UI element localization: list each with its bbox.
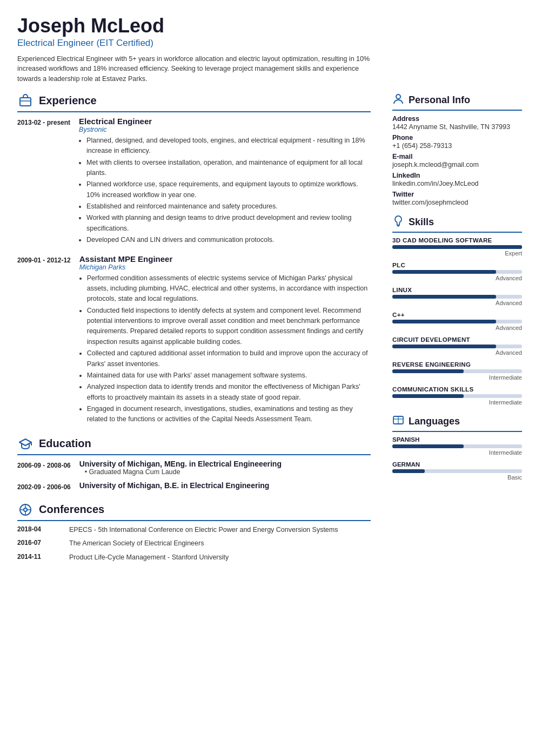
skill-level: Advanced [392, 275, 522, 281]
skills-section: Skills 3D CAD MODELING SOFTWAREExpertPLC… [392, 215, 522, 406]
main-layout: Experience 2013-02 - presentElectrical E… [0, 93, 535, 756]
skill-bar-bg [392, 245, 522, 249]
skill-level: Intermediate [392, 399, 522, 406]
skill-name: PLC [392, 262, 522, 268]
linkedin-value: linkedin.com/in/Joey.McLeod [392, 180, 522, 187]
skill-item: C++Advanced [392, 312, 522, 331]
skill-name: REVERSE ENGINEERING [392, 361, 522, 368]
svg-point-9 [396, 94, 400, 99]
conference-entry: 2018-04EPECS - 5th International Confere… [17, 525, 371, 535]
resume-page: Joseph McLeod Electrical Engineer (EIT C… [0, 0, 535, 756]
experience-list: 2013-02 - presentElectrical EngineerByst… [17, 117, 371, 426]
address-value: 1442 Anyname St, Nashville, TN 37993 [392, 123, 522, 131]
skill-level: Advanced [392, 325, 522, 331]
linkedin-label: LinkedIn [392, 172, 522, 179]
personal-section: Personal Info Address 1442 Anyname St, N… [392, 93, 522, 206]
experience-icon [17, 93, 34, 109]
skill-level: Advanced [392, 300, 522, 306]
skills-label: Skills [409, 217, 434, 228]
experience-bullet: Conducted field inspections to identify … [87, 306, 371, 348]
candidate-name: Joseph McLeod [17, 15, 518, 37]
experience-bullet: Established and reinforced maintenance a… [86, 201, 371, 212]
conferences-label: Conferences [39, 503, 104, 516]
education-section: Education 2006-09 - 2008-06University of… [17, 436, 371, 492]
skill-name: COMMUNICATION SKILLS [392, 386, 522, 393]
conference-date: 2018-04 [17, 525, 61, 535]
conferences-list: 2018-04EPECS - 5th International Confere… [17, 525, 371, 563]
skill-bar-fill [392, 345, 496, 348]
conferences-icon [17, 502, 34, 518]
experience-bullet: Planned workforce use, space requirement… [86, 179, 371, 200]
email-value: joseph.k.mcleod@gmail.com [392, 161, 522, 168]
skill-item: LINUXAdvanced [392, 287, 522, 306]
left-column: Experience 2013-02 - presentElectrical E… [0, 93, 384, 585]
skill-name: 3D CAD MODELING SOFTWARE [392, 237, 522, 244]
skill-item: COMMUNICATION SKILLSIntermediate [392, 386, 522, 406]
education-heading: Education [17, 436, 371, 455]
language-bar-fill [392, 469, 425, 473]
experience-bullet: Developed CAN and LIN drivers and commun… [86, 235, 371, 245]
skill-item: REVERSE ENGINEERINGIntermediate [392, 361, 522, 381]
languages-heading: Languages [392, 414, 522, 432]
education-date: 2006-09 - 2008-06 [17, 460, 71, 476]
skills-list: 3D CAD MODELING SOFTWAREExpertPLCAdvance… [392, 237, 522, 406]
experience-entry: 2013-02 - presentElectrical EngineerByst… [17, 117, 371, 247]
skill-bar-fill [392, 369, 464, 373]
svg-rect-0 [20, 98, 31, 106]
conference-entry: 2014-11Product Life-Cycle Management - S… [17, 553, 371, 563]
skill-bar-bg [392, 295, 522, 299]
experience-bullets: Performed condition assessments of elect… [79, 273, 371, 425]
personal-icon [392, 93, 404, 107]
skill-bar-fill [392, 245, 522, 249]
experience-company: Bystronic [79, 126, 371, 133]
language-bar-bg [392, 469, 522, 473]
twitter-label: Twitter [392, 191, 522, 198]
skill-name: CIRCUIT DEVELOPMENT [392, 336, 522, 343]
language-name: GERMAN [392, 461, 522, 468]
languages-label: Languages [409, 416, 460, 427]
header-section: Joseph McLeod Electrical Engineer (EIT C… [0, 0, 535, 93]
experience-heading: Experience [17, 93, 371, 112]
experience-label: Experience [39, 94, 97, 107]
candidate-summary: Experienced Electrical Engineer with 5+ … [17, 54, 374, 84]
language-bar-bg [392, 444, 522, 448]
skill-bar-fill [392, 295, 496, 299]
experience-title: Assistant MPE Engineer [79, 254, 371, 264]
education-title: University of Michigan, MEng. in Electri… [79, 460, 371, 468]
experience-bullet: Maintained data for use with Parks' asse… [87, 370, 371, 381]
language-level: Intermediate [392, 449, 522, 456]
skill-level: Advanced [392, 349, 522, 356]
phone-value: +1 (654) 258-79313 [392, 142, 522, 150]
experience-bullet: Planned, designed, and developed tools, … [86, 136, 371, 157]
experience-bullet: Engaged in document research, investigat… [87, 404, 371, 425]
experience-title: Electrical Engineer [79, 117, 371, 126]
conference-name: Product Life-Cycle Management - Stanford… [69, 553, 371, 563]
experience-entry: 2009-01 - 2012-12Assistant MPE EngineerM… [17, 254, 371, 426]
skills-heading: Skills [392, 215, 522, 233]
skill-bar-bg [392, 270, 522, 274]
conferences-heading: Conferences [17, 502, 371, 521]
conference-date: 2016-07 [17, 539, 61, 549]
experience-date: 2013-02 - present [17, 117, 70, 247]
education-date: 2002-09 - 2006-06 [17, 481, 71, 492]
language-level: Basic [392, 474, 522, 481]
skill-bar-fill [392, 320, 496, 323]
skill-bar-bg [392, 369, 522, 373]
education-note: • Graduated Magna Cum Laude [79, 468, 371, 476]
personal-label: Personal Info [409, 94, 470, 106]
education-title: University of Michigan, B.E. in Electric… [79, 481, 371, 490]
experience-bullet: Met with clients to oversee installation… [86, 158, 371, 179]
svg-point-4 [24, 508, 27, 511]
skill-bar-fill [392, 394, 464, 398]
skill-item: PLCAdvanced [392, 262, 522, 281]
experience-bullet: Performed condition assessments of elect… [87, 273, 371, 305]
education-entry: 2006-09 - 2008-06University of Michigan,… [17, 460, 371, 476]
language-name: SPANISH [392, 436, 522, 443]
education-label: Education [39, 437, 91, 450]
email-label: E-mail [392, 153, 522, 160]
languages-icon [392, 414, 404, 429]
skill-bar-bg [392, 320, 522, 323]
skill-name: LINUX [392, 287, 522, 293]
conference-name: The American Society of Electrical Engin… [69, 539, 371, 549]
languages-list: SPANISHIntermediateGERMANBasic [392, 436, 522, 481]
